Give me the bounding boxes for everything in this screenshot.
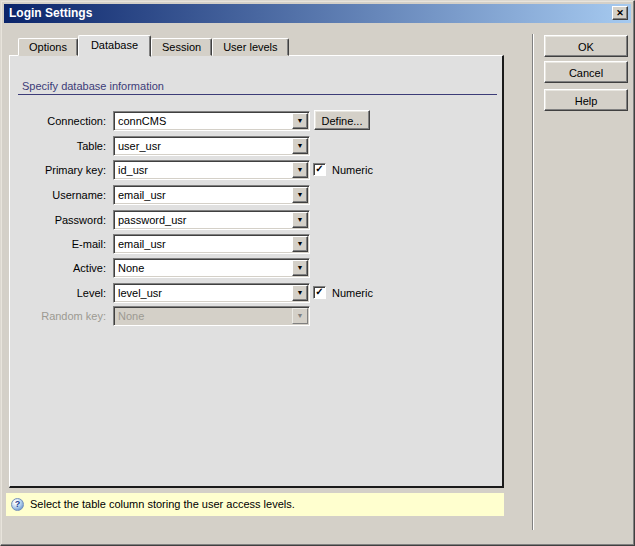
help-icon: ?: [11, 498, 24, 511]
table-select[interactable]: user_usr ▼: [113, 136, 310, 156]
password-select[interactable]: password_usr ▼: [113, 210, 310, 230]
check-icon: ✓: [315, 163, 323, 174]
connection-row: Connection: connCMS ▼ Define...: [10, 111, 505, 131]
active-select[interactable]: None ▼: [113, 258, 310, 278]
password-label: Password:: [10, 210, 106, 230]
titlebar[interactable]: Login Settings ✕: [4, 4, 631, 23]
chevron-down-icon: ▼: [297, 216, 304, 223]
primary-key-label: Primary key:: [10, 160, 106, 180]
password-value: password_usr: [118, 212, 289, 228]
ok-button[interactable]: OK: [544, 35, 628, 57]
chevron-down-icon: ▼: [297, 142, 304, 149]
database-tab-panel: Specify database information Connection:…: [9, 55, 504, 488]
level-select[interactable]: level_usr ▼: [113, 283, 310, 303]
level-value: level_usr: [118, 285, 289, 301]
chevron-down-icon: ▼: [297, 240, 304, 247]
random-key-label: Random key:: [10, 306, 106, 326]
primary-key-numeric-label: Numeric: [332, 160, 373, 180]
password-dropdown-button[interactable]: ▼: [292, 212, 308, 228]
help-icon-glyph: ?: [15, 499, 21, 509]
username-label: Username:: [10, 185, 106, 205]
random-key-value: None: [118, 308, 289, 324]
define-button[interactable]: Define...: [314, 110, 370, 130]
close-button[interactable]: ✕: [612, 6, 628, 20]
section-heading-rule: [18, 94, 497, 95]
username-row: Username: email_usr ▼: [10, 185, 505, 205]
random-key-select: None ▼: [113, 306, 310, 326]
tab-options[interactable]: Options: [18, 38, 78, 56]
status-bar: ? Select the table column storing the us…: [6, 493, 504, 516]
login-settings-dialog: Login Settings ✕ Options Database Sessio…: [0, 0, 635, 546]
active-dropdown-button[interactable]: ▼: [292, 260, 308, 276]
email-row: E-mail: email_usr ▼: [10, 234, 505, 254]
chevron-down-icon: ▼: [297, 264, 304, 271]
window-title: Login Settings: [9, 6, 92, 20]
username-dropdown-button[interactable]: ▼: [292, 187, 308, 203]
primary-key-row: Primary key: id_usr ▼ ✓ Numeric: [10, 160, 505, 180]
active-value: None: [118, 260, 289, 276]
check-icon: ✓: [315, 286, 323, 297]
primary-key-numeric-checkbox[interactable]: ✓: [313, 163, 326, 176]
level-numeric-checkbox[interactable]: ✓: [313, 286, 326, 299]
status-text: Select the table column storing the user…: [30, 493, 295, 516]
help-button[interactable]: Help: [544, 89, 628, 111]
primary-key-value: id_usr: [118, 162, 289, 178]
table-row: Table: user_usr ▼: [10, 136, 505, 156]
email-dropdown-button[interactable]: ▼: [292, 236, 308, 252]
chevron-down-icon: ▼: [297, 166, 304, 173]
cancel-button[interactable]: Cancel: [544, 61, 628, 83]
email-label: E-mail:: [10, 234, 106, 254]
level-numeric-label: Numeric: [332, 283, 373, 303]
section-heading: Specify database information: [22, 80, 164, 92]
chevron-down-icon: ▼: [297, 312, 304, 319]
level-label: Level:: [10, 283, 106, 303]
tab-strip: Options Database Session User levels: [18, 35, 289, 57]
primary-key-dropdown-button[interactable]: ▼: [292, 162, 308, 178]
chevron-down-icon: ▼: [297, 191, 304, 198]
level-row: Level: level_usr ▼ ✓ Numeric: [10, 283, 505, 303]
chevron-down-icon: ▼: [297, 289, 304, 296]
random-key-row: Random key: None ▼: [10, 306, 505, 326]
password-row: Password: password_usr ▼: [10, 210, 505, 230]
table-value: user_usr: [118, 138, 289, 154]
tab-session[interactable]: Session: [151, 38, 212, 56]
vertical-divider: [532, 34, 534, 530]
connection-dropdown-button[interactable]: ▼: [292, 113, 308, 129]
connection-value: connCMS: [118, 113, 289, 129]
table-dropdown-button[interactable]: ▼: [292, 138, 308, 154]
table-label: Table:: [10, 136, 106, 156]
username-select[interactable]: email_usr ▼: [113, 185, 310, 205]
connection-select[interactable]: connCMS ▼: [113, 111, 310, 131]
chevron-down-icon: ▼: [297, 117, 304, 124]
connection-label: Connection:: [10, 111, 106, 131]
close-icon: ✕: [616, 8, 624, 18]
primary-key-select[interactable]: id_usr ▼: [113, 160, 310, 180]
username-value: email_usr: [118, 187, 289, 203]
active-label: Active:: [10, 258, 106, 278]
active-row: Active: None ▼: [10, 258, 505, 278]
tab-database[interactable]: Database: [78, 35, 151, 57]
email-value: email_usr: [118, 236, 289, 252]
email-select[interactable]: email_usr ▼: [113, 234, 310, 254]
random-key-dropdown-button: ▼: [292, 308, 308, 324]
tab-user-levels[interactable]: User levels: [212, 38, 288, 56]
level-dropdown-button[interactable]: ▼: [292, 285, 308, 301]
